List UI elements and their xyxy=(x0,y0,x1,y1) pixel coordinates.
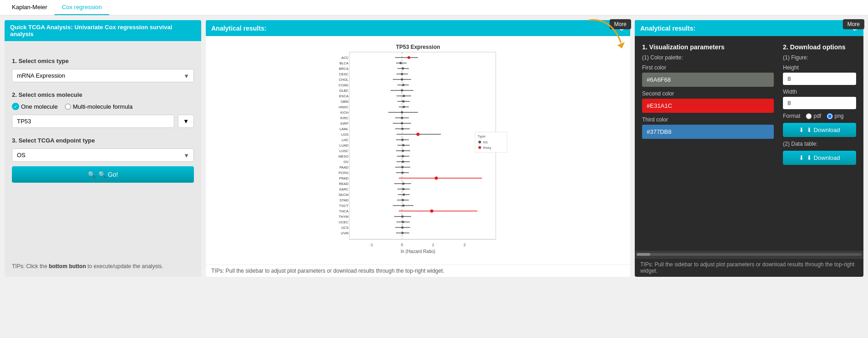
right-panel-title: Analytical results: xyxy=(640,25,696,32)
svg-text:MESO: MESO xyxy=(338,154,348,158)
svg-text:SARC: SARC xyxy=(339,187,348,191)
download-figure-icon: ⬇ xyxy=(799,127,804,133)
radio-multi-molecule[interactable]: Multi-molecule formula xyxy=(65,103,133,110)
svg-text:THYM: THYM xyxy=(339,215,348,219)
second-color-input[interactable] xyxy=(642,99,774,113)
forest-plot-svg: TP53 Expression -1 0 1 2 ln (Hazard Rati… xyxy=(322,41,514,260)
svg-point-84 xyxy=(402,188,405,190)
svg-point-39 xyxy=(403,106,405,108)
third-color-input[interactable] xyxy=(642,125,774,139)
svg-text:PRAD: PRAD xyxy=(339,176,348,180)
svg-text:ln (Hazard Ratio): ln (Hazard Ratio) xyxy=(401,249,435,254)
svg-point-12 xyxy=(407,56,410,59)
svg-point-72 xyxy=(402,166,404,169)
svg-text:LGG: LGG xyxy=(341,132,348,137)
left-panel-title: Quick TCGA Analysis: Univariate Cox regr… xyxy=(5,20,201,41)
omics-type-select-wrapper: mRNA Expression CNV Methylation Protein … xyxy=(12,69,194,82)
data-table-label: (2) Data table: xyxy=(783,141,856,147)
svg-text:LUSC: LUSC xyxy=(339,149,349,153)
scrollbar-thumb[interactable] xyxy=(637,253,650,256)
format-pdf-option[interactable]: pdf xyxy=(806,113,821,119)
right-more-tooltip[interactable]: More xyxy=(843,19,864,29)
format-pdf-radio[interactable] xyxy=(806,113,812,119)
endpoint-select[interactable]: OS DFS PFI xyxy=(12,148,194,162)
width-input[interactable] xyxy=(783,97,856,109)
download-section-title: 2. Download options xyxy=(783,43,856,51)
first-color-input[interactable] xyxy=(642,73,774,87)
svg-text:TGCT: TGCT xyxy=(339,204,349,208)
omics-type-select[interactable]: mRNA Expression CNV Methylation Protein xyxy=(12,69,194,82)
svg-text:GBM: GBM xyxy=(341,100,348,104)
height-input[interactable] xyxy=(783,73,856,85)
plot-area: TP53 Expression -1 0 1 2 ln (Hazard Rati… xyxy=(206,36,630,264)
molecule-dropdown-icon[interactable]: ▼ xyxy=(178,115,194,128)
height-label: Height xyxy=(783,64,856,71)
svg-point-57 xyxy=(402,139,404,141)
download-figure-button[interactable]: ⬇ ⬇ Download xyxy=(783,123,856,137)
svg-text:-1: -1 xyxy=(370,243,373,247)
svg-point-87 xyxy=(403,194,405,196)
width-label: Width xyxy=(783,89,856,95)
first-color-label: First color xyxy=(642,64,774,71)
svg-text:KIRC: KIRC xyxy=(340,116,349,120)
middle-more-tooltip[interactable]: More xyxy=(610,19,631,29)
format-png-option[interactable]: png xyxy=(827,113,844,119)
tab-cox-regression[interactable]: Cox regression xyxy=(54,0,109,15)
png-label: png xyxy=(835,113,844,119)
svg-point-78 xyxy=(435,177,438,180)
download-col: 2. Download options (1) Figure: Height W… xyxy=(783,43,856,165)
svg-point-48 xyxy=(401,122,403,125)
svg-text:1: 1 xyxy=(432,243,434,247)
svg-point-42 xyxy=(401,111,403,114)
svg-text:LAML: LAML xyxy=(339,127,348,131)
svg-point-15 xyxy=(400,62,402,64)
svg-text:STAD: STAD xyxy=(340,198,349,202)
tab-kaplan-meier[interactable]: Kaplan-Meier xyxy=(5,0,54,15)
pdf-label: pdf xyxy=(814,113,821,119)
middle-panel-title: Analytical results: xyxy=(211,25,267,32)
middle-panel-header: Analytical results: ⚙ xyxy=(206,20,630,36)
svg-text:TP53 Expression: TP53 Expression xyxy=(396,44,440,50)
step2-label: 2. Select omics molecule xyxy=(12,91,194,98)
svg-text:UVM: UVM xyxy=(341,231,348,235)
svg-point-60 xyxy=(402,144,405,147)
molecule-input[interactable] xyxy=(12,115,174,128)
second-color-label: Second color xyxy=(642,90,774,97)
top-tabs-bar: Kaplan-Meier Cox regression xyxy=(0,0,868,16)
svg-text:Risky: Risky xyxy=(483,146,492,150)
go-button[interactable]: 🔍 🔍 Go! xyxy=(12,166,194,183)
svg-text:DLBC: DLBC xyxy=(339,89,349,93)
svg-text:CESC: CESC xyxy=(339,72,348,76)
radio-one-molecule[interactable]: One molecule xyxy=(12,103,58,110)
multi-molecule-radio[interactable] xyxy=(65,104,71,110)
svg-point-90 xyxy=(402,199,404,201)
step1-label: 1. Select omics type xyxy=(12,58,194,64)
format-png-radio[interactable] xyxy=(827,113,833,119)
svg-text:ESCA: ESCA xyxy=(339,94,348,98)
svg-text:0: 0 xyxy=(401,243,403,247)
svg-text:KIRP: KIRP xyxy=(340,121,348,126)
visualization-col: 1. Visualization parameters (1) Color pa… xyxy=(642,43,774,165)
svg-text:CHOL: CHOL xyxy=(339,78,348,82)
svg-text:Type: Type xyxy=(477,134,486,138)
svg-point-108 xyxy=(402,232,404,234)
download-data-button[interactable]: ⬇ ⬇ Download xyxy=(783,151,856,165)
main-layout: Quick TCGA Analysis: Univariate Cox regr… xyxy=(0,16,868,281)
endpoint-select-wrapper: OS DFS PFI ▼ xyxy=(12,148,194,162)
svg-text:KICH: KICH xyxy=(340,111,348,115)
svg-text:THCA: THCA xyxy=(339,209,348,213)
svg-point-27 xyxy=(402,84,405,86)
svg-point-111 xyxy=(478,141,481,143)
svg-text:OV: OV xyxy=(343,160,348,164)
svg-text:2: 2 xyxy=(463,243,466,247)
svg-text:UCEC: UCEC xyxy=(339,220,349,224)
svg-point-69 xyxy=(402,161,404,163)
svg-point-63 xyxy=(402,150,404,152)
svg-text:UCS: UCS xyxy=(341,226,348,230)
svg-point-51 xyxy=(402,128,404,130)
right-panel-scrollbar[interactable] xyxy=(635,251,863,258)
one-molecule-checked-icon xyxy=(12,103,19,110)
svg-point-96 xyxy=(430,210,434,213)
svg-point-45 xyxy=(401,117,403,119)
scrollbar-track xyxy=(637,253,862,256)
